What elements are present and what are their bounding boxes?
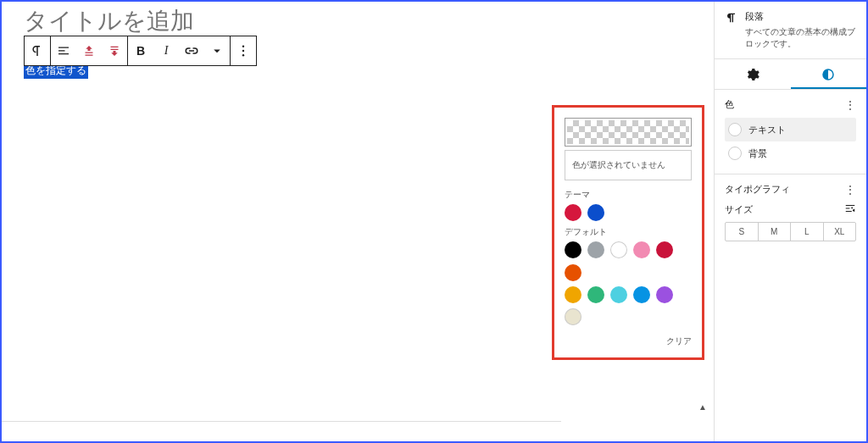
color-swatch[interactable] <box>656 241 673 258</box>
move-up-button[interactable] <box>76 36 102 65</box>
scroll-up-icon[interactable]: ▲ <box>695 399 710 414</box>
gear-icon <box>745 67 760 82</box>
color-swatch[interactable] <box>610 286 627 303</box>
text-color-label: テキスト <box>748 124 786 136</box>
color-swatch[interactable] <box>633 286 650 303</box>
typography-section-title: タイポグラフィ <box>725 183 790 196</box>
paragraph-icon <box>725 11 738 25</box>
toolbar-options-button[interactable] <box>231 36 256 65</box>
theme-colors-label: テーマ <box>565 189 692 201</box>
size-button-xl[interactable]: XL <box>824 223 856 241</box>
more-rich-text-button[interactable] <box>204 36 230 65</box>
color-swatch[interactable] <box>565 204 581 221</box>
color-swatch[interactable] <box>656 286 673 303</box>
background-color-row[interactable]: 背景 <box>725 141 856 165</box>
styles-tab[interactable] <box>791 59 867 90</box>
size-custom-button[interactable] <box>844 202 856 217</box>
text-color-swatch <box>728 123 742 136</box>
color-swatch[interactable] <box>587 241 604 258</box>
move-down-button[interactable] <box>102 36 127 65</box>
default-colors-label: デフォルト <box>565 226 692 238</box>
size-button-l[interactable]: L <box>791 223 824 241</box>
background-color-swatch <box>728 147 742 160</box>
color-section-title: 色 <box>725 98 734 111</box>
block-toolbar: B I <box>24 36 257 66</box>
block-type-name: 段落 <box>745 10 764 23</box>
background-color-label: 背景 <box>748 147 767 160</box>
no-color-message: 色が選択されていません <box>565 150 692 180</box>
post-title-placeholder[interactable]: タイトルを追加 <box>19 3 697 36</box>
settings-tab[interactable] <box>715 59 791 90</box>
svg-point-1 <box>242 50 244 52</box>
size-label: サイズ <box>725 203 753 216</box>
editor-footer <box>2 421 561 441</box>
block-type-desc: すべての文章の基本の構成ブロックです。 <box>745 26 856 50</box>
checkerboard-icon <box>567 120 689 144</box>
bold-button[interactable]: B <box>128 36 153 65</box>
color-swatch[interactable] <box>610 241 627 258</box>
color-swatch[interactable] <box>587 204 604 221</box>
color-swatch[interactable] <box>565 241 581 258</box>
color-swatch[interactable] <box>565 308 581 325</box>
svg-point-0 <box>242 46 244 47</box>
contrast-icon <box>821 67 836 82</box>
color-swatch[interactable] <box>565 286 581 303</box>
color-swatch[interactable] <box>633 241 650 258</box>
size-button-m[interactable]: M <box>759 223 792 241</box>
color-picker-popup: 色が選択されていません テーマ デフォルト クリア <box>552 105 704 360</box>
size-button-s[interactable]: S <box>726 223 759 241</box>
block-type-button[interactable] <box>25 36 50 65</box>
align-button[interactable] <box>51 36 76 65</box>
clear-color-button[interactable]: クリア <box>565 330 692 347</box>
color-swatch[interactable] <box>587 286 604 303</box>
color-swatch[interactable] <box>565 264 581 281</box>
italic-button[interactable]: I <box>153 36 179 65</box>
color-preview[interactable] <box>565 118 692 147</box>
text-color-row[interactable]: テキスト <box>725 118 856 141</box>
link-button[interactable] <box>179 36 204 65</box>
svg-point-2 <box>242 54 244 56</box>
settings-sidebar: 段落 すべての文章の基本の構成ブロックです。 色 ⋮ テキスト 背景 タイポグラ… <box>714 2 866 441</box>
